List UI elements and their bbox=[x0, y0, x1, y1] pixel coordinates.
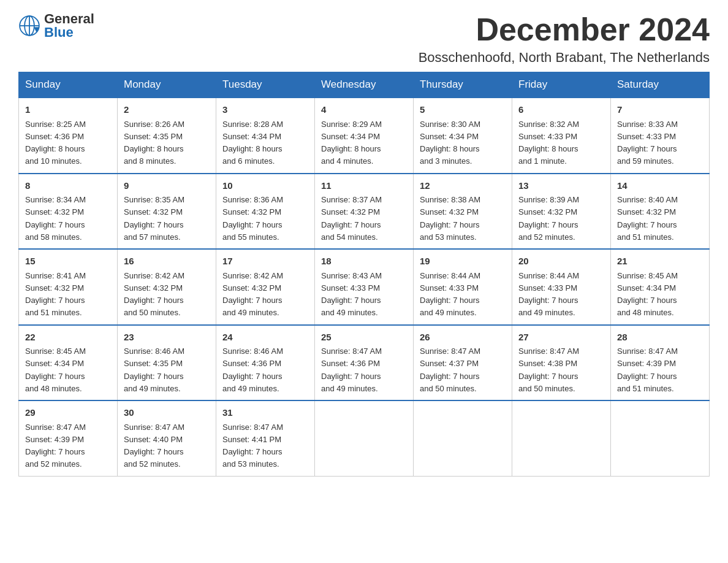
day-number: 29 bbox=[25, 406, 111, 420]
calendar-day-cell: 4Sunrise: 8:29 AM Sunset: 4:34 PM Daylig… bbox=[315, 98, 414, 174]
day-sun-info: Sunrise: 8:26 AM Sunset: 4:35 PM Dayligh… bbox=[124, 120, 184, 166]
day-number: 7 bbox=[617, 103, 703, 117]
day-sun-info: Sunrise: 8:33 AM Sunset: 4:33 PM Dayligh… bbox=[617, 120, 678, 166]
day-sun-info: Sunrise: 8:34 AM Sunset: 4:32 PM Dayligh… bbox=[25, 195, 86, 242]
day-number: 8 bbox=[25, 179, 111, 193]
calendar-empty-cell bbox=[611, 400, 710, 476]
day-sun-info: Sunrise: 8:25 AM Sunset: 4:36 PM Dayligh… bbox=[25, 120, 86, 166]
calendar-day-cell: 13Sunrise: 8:39 AM Sunset: 4:32 PM Dayli… bbox=[512, 174, 611, 250]
day-sun-info: Sunrise: 8:47 AM Sunset: 4:36 PM Dayligh… bbox=[321, 347, 382, 393]
calendar-day-cell: 2Sunrise: 8:26 AM Sunset: 4:35 PM Daylig… bbox=[118, 98, 216, 174]
calendar-day-cell: 21Sunrise: 8:45 AM Sunset: 4:34 PM Dayli… bbox=[611, 249, 710, 325]
day-number: 23 bbox=[124, 331, 210, 345]
day-number: 15 bbox=[25, 255, 111, 269]
calendar-day-cell: 25Sunrise: 8:47 AM Sunset: 4:36 PM Dayli… bbox=[315, 325, 414, 401]
day-sun-info: Sunrise: 8:46 AM Sunset: 4:36 PM Dayligh… bbox=[222, 347, 283, 393]
calendar-day-cell: 19Sunrise: 8:44 AM Sunset: 4:33 PM Dayli… bbox=[414, 249, 512, 325]
weekday-header-wednesday: Wednesday bbox=[315, 72, 414, 98]
calendar-day-cell: 22Sunrise: 8:45 AM Sunset: 4:34 PM Dayli… bbox=[19, 325, 118, 401]
day-sun-info: Sunrise: 8:47 AM Sunset: 4:39 PM Dayligh… bbox=[617, 347, 678, 393]
calendar-day-cell: 14Sunrise: 8:40 AM Sunset: 4:32 PM Dayli… bbox=[611, 174, 710, 250]
calendar-day-cell: 12Sunrise: 8:38 AM Sunset: 4:32 PM Dayli… bbox=[414, 174, 512, 250]
calendar-day-cell: 3Sunrise: 8:28 AM Sunset: 4:34 PM Daylig… bbox=[216, 98, 315, 174]
day-number: 28 bbox=[617, 331, 703, 345]
day-number: 2 bbox=[124, 103, 210, 117]
day-sun-info: Sunrise: 8:47 AM Sunset: 4:40 PM Dayligh… bbox=[124, 423, 184, 469]
day-number: 10 bbox=[222, 179, 308, 193]
title-block: December 2024 Bosschenhoofd, North Braba… bbox=[419, 12, 710, 66]
calendar-empty-cell bbox=[414, 400, 512, 476]
day-number: 6 bbox=[518, 103, 604, 117]
calendar-week-row: 1Sunrise: 8:25 AM Sunset: 4:36 PM Daylig… bbox=[19, 98, 710, 174]
calendar-day-cell: 8Sunrise: 8:34 AM Sunset: 4:32 PM Daylig… bbox=[19, 174, 118, 250]
calendar-day-cell: 16Sunrise: 8:42 AM Sunset: 4:32 PM Dayli… bbox=[118, 249, 216, 325]
calendar-day-cell: 26Sunrise: 8:47 AM Sunset: 4:37 PM Dayli… bbox=[414, 325, 512, 401]
day-number: 22 bbox=[25, 331, 111, 345]
day-number: 1 bbox=[25, 103, 111, 117]
calendar-day-cell: 7Sunrise: 8:33 AM Sunset: 4:33 PM Daylig… bbox=[611, 98, 710, 174]
calendar-day-cell: 31Sunrise: 8:47 AM Sunset: 4:41 PM Dayli… bbox=[216, 400, 315, 476]
calendar-day-cell: 30Sunrise: 8:47 AM Sunset: 4:40 PM Dayli… bbox=[118, 400, 216, 476]
day-sun-info: Sunrise: 8:47 AM Sunset: 4:39 PM Dayligh… bbox=[25, 423, 86, 469]
day-sun-info: Sunrise: 8:45 AM Sunset: 4:34 PM Dayligh… bbox=[617, 271, 678, 318]
weekday-header-sunday: Sunday bbox=[19, 72, 118, 98]
calendar-day-cell: 5Sunrise: 8:30 AM Sunset: 4:34 PM Daylig… bbox=[414, 98, 512, 174]
calendar-day-cell: 15Sunrise: 8:41 AM Sunset: 4:32 PM Dayli… bbox=[19, 249, 118, 325]
calendar-day-cell: 18Sunrise: 8:43 AM Sunset: 4:33 PM Dayli… bbox=[315, 249, 414, 325]
calendar-week-row: 29Sunrise: 8:47 AM Sunset: 4:39 PM Dayli… bbox=[19, 400, 710, 476]
day-number: 21 bbox=[617, 255, 703, 269]
calendar-day-cell: 10Sunrise: 8:36 AM Sunset: 4:32 PM Dayli… bbox=[216, 174, 315, 250]
calendar-day-cell: 24Sunrise: 8:46 AM Sunset: 4:36 PM Dayli… bbox=[216, 325, 315, 401]
day-sun-info: Sunrise: 8:41 AM Sunset: 4:32 PM Dayligh… bbox=[25, 271, 86, 318]
day-number: 12 bbox=[420, 179, 506, 193]
day-sun-info: Sunrise: 8:32 AM Sunset: 4:33 PM Dayligh… bbox=[518, 120, 579, 166]
day-number: 4 bbox=[321, 103, 407, 117]
calendar-day-cell: 27Sunrise: 8:47 AM Sunset: 4:38 PM Dayli… bbox=[512, 325, 611, 401]
day-sun-info: Sunrise: 8:39 AM Sunset: 4:32 PM Dayligh… bbox=[518, 195, 579, 242]
weekday-header-saturday: Saturday bbox=[611, 72, 710, 98]
day-number: 9 bbox=[124, 179, 210, 193]
page-title: December 2024 bbox=[419, 12, 710, 47]
day-sun-info: Sunrise: 8:28 AM Sunset: 4:34 PM Dayligh… bbox=[222, 120, 283, 166]
logo-icon bbox=[18, 15, 40, 37]
day-sun-info: Sunrise: 8:47 AM Sunset: 4:37 PM Dayligh… bbox=[420, 347, 480, 393]
subtitle: Bosschenhoofd, North Brabant, The Nether… bbox=[419, 50, 710, 66]
calendar-empty-cell bbox=[512, 400, 611, 476]
day-number: 18 bbox=[321, 255, 407, 269]
day-number: 31 bbox=[222, 406, 308, 420]
calendar-day-cell: 28Sunrise: 8:47 AM Sunset: 4:39 PM Dayli… bbox=[611, 325, 710, 401]
day-sun-info: Sunrise: 8:45 AM Sunset: 4:34 PM Dayligh… bbox=[25, 347, 86, 393]
calendar-day-cell: 11Sunrise: 8:37 AM Sunset: 4:32 PM Dayli… bbox=[315, 174, 414, 250]
logo: General Blue bbox=[18, 12, 94, 39]
calendar-day-cell: 17Sunrise: 8:42 AM Sunset: 4:32 PM Dayli… bbox=[216, 249, 315, 325]
day-sun-info: Sunrise: 8:40 AM Sunset: 4:32 PM Dayligh… bbox=[617, 195, 678, 242]
day-number: 30 bbox=[124, 406, 210, 420]
day-sun-info: Sunrise: 8:47 AM Sunset: 4:41 PM Dayligh… bbox=[222, 423, 283, 469]
header: General Blue December 2024 Bosschenhoofd… bbox=[18, 12, 710, 66]
day-sun-info: Sunrise: 8:47 AM Sunset: 4:38 PM Dayligh… bbox=[518, 347, 579, 393]
calendar-day-cell: 1Sunrise: 8:25 AM Sunset: 4:36 PM Daylig… bbox=[19, 98, 118, 174]
logo-blue-text: Blue bbox=[44, 26, 94, 39]
day-number: 16 bbox=[124, 255, 210, 269]
day-sun-info: Sunrise: 8:35 AM Sunset: 4:32 PM Dayligh… bbox=[124, 195, 184, 242]
calendar-day-cell: 9Sunrise: 8:35 AM Sunset: 4:32 PM Daylig… bbox=[118, 174, 216, 250]
logo-general-text: General bbox=[44, 12, 94, 26]
day-number: 17 bbox=[222, 255, 308, 269]
weekday-header-row: SundayMondayTuesdayWednesdayThursdayFrid… bbox=[19, 72, 710, 98]
day-sun-info: Sunrise: 8:37 AM Sunset: 4:32 PM Dayligh… bbox=[321, 195, 382, 242]
day-sun-info: Sunrise: 8:44 AM Sunset: 4:33 PM Dayligh… bbox=[420, 271, 480, 318]
day-sun-info: Sunrise: 8:38 AM Sunset: 4:32 PM Dayligh… bbox=[420, 195, 480, 242]
day-number: 11 bbox=[321, 179, 407, 193]
day-number: 5 bbox=[420, 103, 506, 117]
day-number: 19 bbox=[420, 255, 506, 269]
day-sun-info: Sunrise: 8:42 AM Sunset: 4:32 PM Dayligh… bbox=[124, 271, 184, 318]
day-number: 20 bbox=[518, 255, 604, 269]
calendar-week-row: 15Sunrise: 8:41 AM Sunset: 4:32 PM Dayli… bbox=[19, 249, 710, 325]
day-sun-info: Sunrise: 8:46 AM Sunset: 4:35 PM Dayligh… bbox=[124, 347, 184, 393]
calendar-day-cell: 23Sunrise: 8:46 AM Sunset: 4:35 PM Dayli… bbox=[118, 325, 216, 401]
weekday-header-thursday: Thursday bbox=[414, 72, 512, 98]
calendar-day-cell: 29Sunrise: 8:47 AM Sunset: 4:39 PM Dayli… bbox=[19, 400, 118, 476]
day-number: 24 bbox=[222, 331, 308, 345]
weekday-header-tuesday: Tuesday bbox=[216, 72, 315, 98]
day-number: 26 bbox=[420, 331, 506, 345]
